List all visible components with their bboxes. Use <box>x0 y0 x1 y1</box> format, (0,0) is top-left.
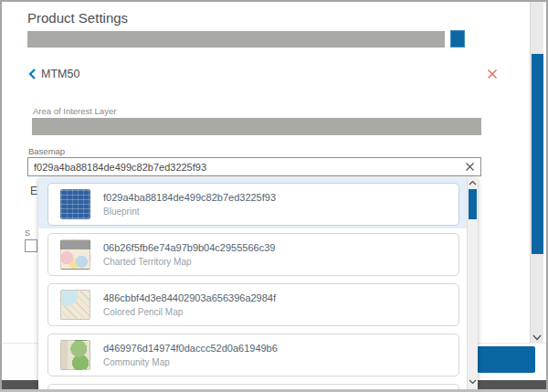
chevron-left-icon <box>28 69 36 79</box>
back-button[interactable]: MTM50 <box>28 68 79 80</box>
hidden-field-label-fragment-e: E <box>30 185 37 197</box>
back-label: MTM50 <box>41 68 79 80</box>
basemap-name: Blueprint <box>103 207 276 217</box>
charted-territory-map-thumbnail <box>60 239 90 270</box>
basemap-id: f029a4ba88184de499c82b7ed3225f93 <box>103 192 276 203</box>
scroll-down-icon[interactable] <box>532 334 542 341</box>
clear-x-icon[interactable] <box>465 162 475 172</box>
community-map-thumbnail <box>60 340 90 370</box>
hidden-field-label-fragment-s: S <box>25 228 30 238</box>
basemap-option-community[interactable]: d469976d14974f0daccc52d0a61949b6 Communi… <box>47 334 459 376</box>
blue-swatch-handle[interactable] <box>450 30 465 48</box>
product-name-redacted-bar <box>27 31 445 48</box>
basemap-input-value: f029a4ba88184de499c82b7ed3225f93 <box>34 162 465 173</box>
basemap-name: Community Map <box>103 357 278 367</box>
basemap-option-charted-territory[interactable]: 06b26f5fb6e74a97b9b04c2955566c39 Charted… <box>47 233 459 276</box>
list-item: 06b26f5fb6e74a97b9b04c2955566c39 Charted… <box>38 228 467 279</box>
panel-scrollbar[interactable] <box>530 2 543 343</box>
list-item: f029a4ba88184de499c82b7ed3225f93 Bluepri… <box>38 178 467 228</box>
area-of-interest-label: Area of Interest Layer <box>33 106 116 116</box>
basemap-dropdown: f029a4ba88184de499c82b7ed3225f93 Bluepri… <box>38 178 478 389</box>
blueprint-map-thumbnail <box>60 189 90 219</box>
colored-pencil-map-thumbnail <box>60 290 90 320</box>
basemap-label: Basemap <box>28 146 65 156</box>
list-item: d469976d14974f0daccc52d0a61949b6 Communi… <box>38 329 467 379</box>
list-item: 486cbbf4d3e84402903a656396a2984f Colored… <box>38 279 467 329</box>
list-item <box>38 379 467 389</box>
basemap-name: Charted Territory Map <box>103 257 275 267</box>
product-settings-window: Product Settings MTM50 Area of Interest … <box>0 0 548 392</box>
panel-scrollbar-thumb[interactable] <box>532 54 543 254</box>
primary-action-button[interactable] <box>477 346 535 373</box>
basemap-name: Colored Pencil Map <box>103 307 276 317</box>
page-title: Product Settings <box>27 10 128 26</box>
area-of-interest-redacted-bar <box>32 118 481 135</box>
basemap-option-blueprint[interactable]: f029a4ba88184de499c82b7ed3225f93 Bluepri… <box>47 183 459 226</box>
scroll-up-icon[interactable] <box>469 180 477 185</box>
scroll-down-icon[interactable] <box>469 379 477 385</box>
close-icon[interactable] <box>487 69 500 81</box>
basemap-id: d469976d14974f0daccc52d0a61949b6 <box>103 343 278 354</box>
basemap-id: 486cbbf4d3e84402903a656396a2984f <box>103 292 276 303</box>
dropdown-scrollbar[interactable] <box>467 178 478 389</box>
basemap-dropdown-list: f029a4ba88184de499c82b7ed3225f93 Bluepri… <box>38 178 467 389</box>
checkbox[interactable] <box>25 239 37 252</box>
basemap-input[interactable]: f029a4ba88184de499c82b7ed3225f93 <box>27 157 481 176</box>
dropdown-scrollbar-thumb[interactable] <box>469 189 477 219</box>
basemap-option-colored-pencil[interactable]: 486cbbf4d3e84402903a656396a2984f Colored… <box>47 283 459 326</box>
basemap-id: 06b26f5fb6e74a97b9b04c2955566c39 <box>103 242 275 253</box>
